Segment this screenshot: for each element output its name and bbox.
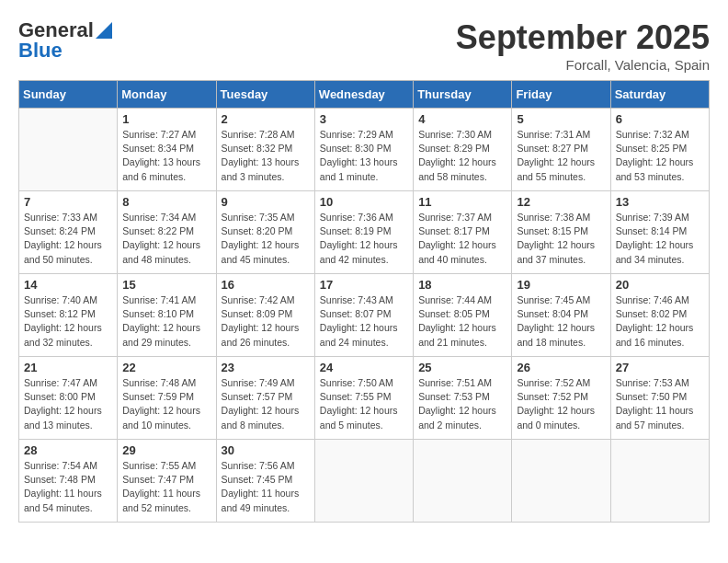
day-info: Sunrise: 7:56 AM Sunset: 7:45 PM Dayligh… <box>222 459 310 515</box>
day-number: 5 <box>517 112 605 126</box>
day-info: Sunrise: 7:37 AM Sunset: 8:17 PM Dayligh… <box>418 211 506 267</box>
day-info: Sunrise: 7:50 AM Sunset: 7:55 PM Dayligh… <box>320 376 408 432</box>
day-number: 26 <box>517 361 605 374</box>
day-info: Sunrise: 7:46 AM Sunset: 8:02 PM Dayligh… <box>616 293 704 350</box>
day-number: 22 <box>122 361 210 374</box>
calendar-cell: 19Sunrise: 7:45 AM Sunset: 8:04 PM Dayli… <box>512 274 610 357</box>
header-thursday: Thursday <box>414 81 512 109</box>
day-info: Sunrise: 7:54 AM Sunset: 7:48 PM Dayligh… <box>24 459 112 515</box>
calendar-cell: 15Sunrise: 7:41 AM Sunset: 8:10 PM Dayli… <box>118 274 216 357</box>
calendar-cell: 4Sunrise: 7:30 AM Sunset: 8:29 PM Daylig… <box>414 109 512 191</box>
calendar-header-row: SundayMondayTuesdayWednesdayThursdayFrid… <box>19 81 710 109</box>
day-info: Sunrise: 7:33 AM Sunset: 8:24 PM Dayligh… <box>24 211 112 267</box>
day-number: 9 <box>222 195 310 209</box>
calendar-cell: 29Sunrise: 7:55 AM Sunset: 7:47 PM Dayli… <box>118 440 216 523</box>
day-number: 15 <box>122 278 210 292</box>
day-number: 17 <box>320 278 408 292</box>
day-info: Sunrise: 7:55 AM Sunset: 7:47 PM Dayligh… <box>122 459 210 515</box>
calendar-cell <box>314 440 413 523</box>
day-info: Sunrise: 7:47 AM Sunset: 8:00 PM Dayligh… <box>24 376 112 432</box>
calendar-cell: 24Sunrise: 7:50 AM Sunset: 7:55 PM Dayli… <box>314 357 413 440</box>
calendar-cell: 9Sunrise: 7:35 AM Sunset: 8:20 PM Daylig… <box>216 191 314 274</box>
day-number: 1 <box>122 112 210 126</box>
calendar-cell: 13Sunrise: 7:39 AM Sunset: 8:14 PM Dayli… <box>610 191 709 274</box>
calendar-cell: 25Sunrise: 7:51 AM Sunset: 7:53 PM Dayli… <box>414 357 512 440</box>
calendar-cell: 17Sunrise: 7:43 AM Sunset: 8:07 PM Dayli… <box>314 274 413 357</box>
calendar-cell: 8Sunrise: 7:34 AM Sunset: 8:22 PM Daylig… <box>118 191 216 274</box>
calendar-cell: 20Sunrise: 7:46 AM Sunset: 8:02 PM Dayli… <box>610 274 709 357</box>
calendar-week-2: 7Sunrise: 7:33 AM Sunset: 8:24 PM Daylig… <box>19 191 710 274</box>
day-info: Sunrise: 7:36 AM Sunset: 8:19 PM Dayligh… <box>320 211 408 267</box>
day-number: 14 <box>24 278 112 292</box>
page-header: General Blue September 2025 Forcall, Val… <box>18 18 710 73</box>
day-info: Sunrise: 7:28 AM Sunset: 8:32 PM Dayligh… <box>222 128 310 184</box>
calendar-week-4: 21Sunrise: 7:47 AM Sunset: 8:00 PM Dayli… <box>19 357 710 440</box>
day-number: 12 <box>517 195 605 209</box>
day-info: Sunrise: 7:30 AM Sunset: 8:29 PM Dayligh… <box>418 128 506 184</box>
day-number: 4 <box>418 112 506 126</box>
day-info: Sunrise: 7:40 AM Sunset: 8:12 PM Dayligh… <box>24 293 112 350</box>
calendar-cell: 18Sunrise: 7:44 AM Sunset: 8:05 PM Dayli… <box>414 274 512 357</box>
header-wednesday: Wednesday <box>314 81 413 109</box>
day-info: Sunrise: 7:49 AM Sunset: 7:57 PM Dayligh… <box>222 376 310 432</box>
calendar-cell: 12Sunrise: 7:38 AM Sunset: 8:15 PM Dayli… <box>512 191 610 274</box>
day-info: Sunrise: 7:45 AM Sunset: 8:04 PM Dayligh… <box>517 293 605 350</box>
svg-marker-0 <box>96 22 112 39</box>
day-number: 7 <box>24 195 112 209</box>
header-sunday: Sunday <box>19 81 118 109</box>
day-info: Sunrise: 7:38 AM Sunset: 8:15 PM Dayligh… <box>517 211 605 267</box>
calendar-cell: 27Sunrise: 7:53 AM Sunset: 7:50 PM Dayli… <box>610 357 709 440</box>
calendar-cell: 14Sunrise: 7:40 AM Sunset: 8:12 PM Dayli… <box>19 274 118 357</box>
calendar-week-5: 28Sunrise: 7:54 AM Sunset: 7:48 PM Dayli… <box>19 440 710 523</box>
day-info: Sunrise: 7:51 AM Sunset: 7:53 PM Dayligh… <box>418 376 506 432</box>
day-number: 13 <box>616 195 704 209</box>
calendar-cell: 5Sunrise: 7:31 AM Sunset: 8:27 PM Daylig… <box>512 109 610 191</box>
logo-blue: Blue <box>18 39 63 63</box>
day-info: Sunrise: 7:52 AM Sunset: 7:52 PM Dayligh… <box>517 376 605 432</box>
header-saturday: Saturday <box>610 81 709 109</box>
calendar-table: SundayMondayTuesdayWednesdayThursdayFrid… <box>18 80 710 523</box>
day-number: 19 <box>517 278 605 292</box>
day-number: 21 <box>24 361 112 374</box>
calendar-cell: 10Sunrise: 7:36 AM Sunset: 8:19 PM Dayli… <box>314 191 413 274</box>
day-number: 28 <box>24 443 112 457</box>
day-number: 27 <box>616 361 704 374</box>
day-info: Sunrise: 7:31 AM Sunset: 8:27 PM Dayligh… <box>517 128 605 184</box>
day-info: Sunrise: 7:27 AM Sunset: 8:34 PM Dayligh… <box>122 128 210 184</box>
calendar-cell: 1Sunrise: 7:27 AM Sunset: 8:34 PM Daylig… <box>118 109 216 191</box>
calendar-cell: 7Sunrise: 7:33 AM Sunset: 8:24 PM Daylig… <box>19 191 118 274</box>
calendar-cell: 26Sunrise: 7:52 AM Sunset: 7:52 PM Dayli… <box>512 357 610 440</box>
calendar-cell <box>414 440 512 523</box>
logo: General Blue <box>18 18 112 63</box>
calendar-cell: 2Sunrise: 7:28 AM Sunset: 8:32 PM Daylig… <box>216 109 314 191</box>
header-friday: Friday <box>512 81 610 109</box>
day-number: 23 <box>222 361 310 374</box>
day-number: 20 <box>616 278 704 292</box>
calendar-cell <box>19 109 118 191</box>
day-info: Sunrise: 7:53 AM Sunset: 7:50 PM Dayligh… <box>616 376 704 432</box>
day-number: 11 <box>418 195 506 209</box>
calendar-cell <box>610 440 709 523</box>
day-number: 3 <box>320 112 408 126</box>
calendar-cell: 21Sunrise: 7:47 AM Sunset: 8:00 PM Dayli… <box>19 357 118 440</box>
day-info: Sunrise: 7:39 AM Sunset: 8:14 PM Dayligh… <box>616 211 704 267</box>
day-info: Sunrise: 7:35 AM Sunset: 8:20 PM Dayligh… <box>222 211 310 267</box>
calendar-cell: 16Sunrise: 7:42 AM Sunset: 8:09 PM Dayli… <box>216 274 314 357</box>
calendar-cell: 30Sunrise: 7:56 AM Sunset: 7:45 PM Dayli… <box>216 440 314 523</box>
day-info: Sunrise: 7:34 AM Sunset: 8:22 PM Dayligh… <box>122 211 210 267</box>
day-number: 2 <box>222 112 310 126</box>
day-number: 16 <box>222 278 310 292</box>
day-info: Sunrise: 7:41 AM Sunset: 8:10 PM Dayligh… <box>122 293 210 350</box>
calendar-cell: 6Sunrise: 7:32 AM Sunset: 8:25 PM Daylig… <box>610 109 709 191</box>
title-block: September 2025 Forcall, Valencia, Spain <box>456 18 710 73</box>
day-number: 10 <box>320 195 408 209</box>
day-number: 24 <box>320 361 408 374</box>
day-number: 25 <box>418 361 506 374</box>
day-number: 30 <box>222 443 310 457</box>
calendar-cell: 11Sunrise: 7:37 AM Sunset: 8:17 PM Dayli… <box>414 191 512 274</box>
location: Forcall, Valencia, Spain <box>456 57 710 73</box>
day-number: 6 <box>616 112 704 126</box>
calendar-cell <box>512 440 610 523</box>
day-number: 18 <box>418 278 506 292</box>
calendar-cell: 3Sunrise: 7:29 AM Sunset: 8:30 PM Daylig… <box>314 109 413 191</box>
